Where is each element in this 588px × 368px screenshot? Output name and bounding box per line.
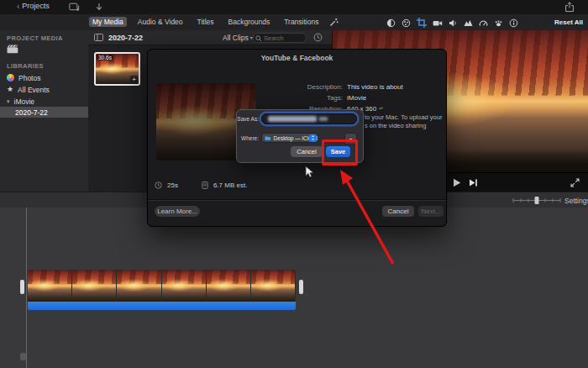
timeline-clip-frame[interactable] <box>207 270 251 302</box>
skip-forward-button[interactable] <box>469 178 478 187</box>
media-tabs: My Media Audio & Video Titles Background… <box>89 17 322 27</box>
save-as-redacted-value <box>268 116 317 122</box>
clip-duration-badge: 30.6s <box>97 55 113 60</box>
add-to-timeline-button[interactable]: + <box>130 76 138 83</box>
tab-transitions[interactable]: Transitions <box>281 17 322 27</box>
sidebar-item-label: 2020-7-22 <box>15 108 48 117</box>
sidebar-toggle-icon[interactable] <box>94 34 103 41</box>
timeline-clip-frame[interactable] <box>117 270 161 302</box>
disclosure-chevron-icon[interactable]: ▾ <box>7 98 10 104</box>
color-balance-icon[interactable] <box>386 18 396 28</box>
stabilization-icon[interactable] <box>433 18 443 28</box>
sidebar-item-label: Photos <box>18 74 40 82</box>
adjust-toolbar <box>386 18 518 28</box>
timeline-settings-button[interactable]: Settings <box>564 197 588 205</box>
description-label: Description: <box>259 83 343 91</box>
star-icon: ★ <box>7 86 13 93</box>
sidebar-item-label: iMovie <box>14 97 35 106</box>
tab-my-media[interactable]: My Media <box>89 17 127 27</box>
save-as-label: Save As: <box>237 116 259 122</box>
save-sheet: Save As: Where: Desktop — iCloud ▲▼ ▾ Ca… <box>236 109 364 163</box>
import-media-icon[interactable] <box>69 3 80 12</box>
sidebar-item-label: All Events <box>18 86 50 94</box>
description-value[interactable]: This video is about <box>347 83 403 91</box>
timeline-clip-frame[interactable] <box>72 270 117 302</box>
sidebar-item-photos[interactable]: Photos <box>0 72 88 83</box>
folder-icon <box>265 135 271 141</box>
export-info-row: 25s 6.7 MB est. <box>155 180 440 190</box>
sidebar-item-imovie[interactable]: ▾ iMovie <box>0 96 88 107</box>
dialog-cancel-button[interactable]: Cancel <box>382 206 414 217</box>
tab-titles[interactable]: Titles <box>194 17 218 27</box>
browser-header: 2020-7-22 All Clips ▾ <box>88 30 332 45</box>
timeline-clip-frame[interactable] <box>162 270 207 302</box>
duration-clock-icon[interactable] <box>313 33 323 42</box>
search-field[interactable] <box>253 33 307 43</box>
timeline-clip-frame[interactable] <box>28 270 72 302</box>
learn-more-button[interactable]: Learn More... <box>155 206 200 217</box>
clock-icon <box>155 181 162 189</box>
noise-reduction-icon[interactable] <box>464 18 473 28</box>
window-titlebar: ‹ Projects <box>0 0 588 15</box>
trim-handle-left[interactable] <box>20 280 24 294</box>
share-icon[interactable] <box>564 2 575 13</box>
download-arrow-icon[interactable] <box>95 3 103 12</box>
projects-back-label: Projects <box>22 2 50 10</box>
trim-handle-right[interactable] <box>299 280 303 294</box>
search-input[interactable] <box>264 34 302 42</box>
where-label: Where: <box>237 135 259 141</box>
projects-back-button[interactable]: ‹ Projects <box>17 2 50 10</box>
photos-pinwheel-icon <box>7 74 14 81</box>
stepper-icon: ▴▾ <box>379 107 383 111</box>
sidebar-item-2020-7-22[interactable]: 2020-7-22 <box>0 107 88 118</box>
project-media-header: PROJECT MEDIA <box>7 34 63 42</box>
playhead[interactable] <box>26 208 27 368</box>
speed-icon[interactable] <box>479 18 488 28</box>
clip-info-icon[interactable] <box>509 18 518 28</box>
media-tabbar: My Media Audio & Video Titles Background… <box>0 14 588 31</box>
sheet-save-button[interactable]: Save <box>326 146 350 157</box>
export-note-text: to your Mac. To upload your s on the vid… <box>365 113 447 130</box>
expand-sheet-chevron-button[interactable]: ▾ <box>344 133 357 145</box>
reset-all-button[interactable]: Reset All <box>554 18 583 26</box>
media-clip-thumbnail[interactable]: 30.6s + <box>94 52 140 86</box>
tags-value[interactable]: iMovie <box>347 94 366 102</box>
export-duration: 25s <box>167 181 178 189</box>
tags-label: Tags: <box>259 94 343 102</box>
sidebar-item-all-events[interactable]: ★ All Events <box>0 84 88 95</box>
timeline-clip[interactable] <box>28 270 296 310</box>
clip-filter-dropdown[interactable]: All Clips ▾ <box>223 34 253 42</box>
audio-waveform-bar[interactable] <box>28 302 296 310</box>
timeline-filmstrip[interactable] <box>28 270 296 302</box>
save-as-input[interactable] <box>261 113 357 124</box>
dialog-divider <box>148 199 446 201</box>
libraries-sidebar: PROJECT MEDIA LIBRARIES Photos ★ All Eve… <box>0 30 89 192</box>
tab-backgrounds[interactable]: Backgrounds <box>225 17 274 27</box>
browser-title: 2020-7-22 <box>108 34 143 42</box>
where-dropdown[interactable]: Desktop — iCloud ▲▼ <box>261 133 318 143</box>
enhance-wand-icon[interactable] <box>329 18 339 27</box>
sheet-cancel-button[interactable]: Cancel <box>291 146 323 157</box>
timeline-clip-frame[interactable] <box>251 270 296 302</box>
dialog-title: YouTube & Facebook <box>148 54 446 62</box>
libraries-header: LIBRARIES <box>7 62 44 70</box>
timeline-area[interactable] <box>0 208 588 368</box>
popup-stepper-icon: ▲▼ <box>309 134 317 142</box>
imovie-window: ‹ Projects My Media Audio & Video Titles… <box>0 0 588 368</box>
dialog-next-button[interactable]: Next... <box>418 206 444 217</box>
color-correction-icon[interactable] <box>402 18 411 28</box>
clip-filter-paw-icon[interactable] <box>494 18 503 28</box>
play-button[interactable] <box>453 178 461 187</box>
fullscreen-icon[interactable] <box>570 178 580 187</box>
playhead-bottom-handle[interactable] <box>20 353 26 360</box>
tab-audio-video[interactable]: Audio & Video <box>134 17 186 27</box>
clip-filter-label: All Clips <box>223 34 249 42</box>
volume-icon[interactable] <box>449 18 458 28</box>
file-icon <box>202 181 208 189</box>
timeline-zoom-slider[interactable] <box>512 196 561 205</box>
chevron-left-icon: ‹ <box>17 3 19 10</box>
search-icon <box>255 35 262 42</box>
clapperboard-icon <box>7 45 18 54</box>
export-filesize: 6.7 MB est. <box>213 181 247 189</box>
crop-icon[interactable] <box>417 18 427 28</box>
